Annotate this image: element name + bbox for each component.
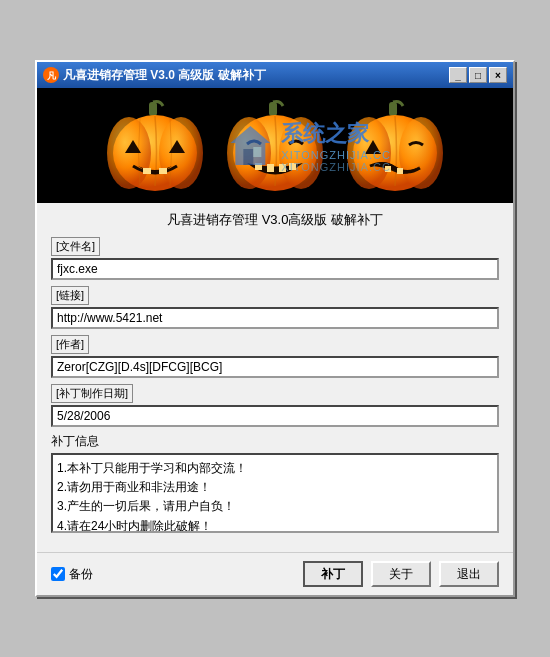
title-bar-controls: _ □ × xyxy=(449,67,507,83)
svg-rect-15 xyxy=(267,164,274,172)
svg-point-21 xyxy=(399,117,443,189)
svg-rect-14 xyxy=(255,163,262,170)
about-button[interactable]: 关于 xyxy=(371,561,431,587)
link-input[interactable] xyxy=(51,307,499,329)
svg-point-12 xyxy=(227,117,271,189)
title-bar-left: 凡 凡喜进销存管理 V3.0 高级版 破解补丁 xyxy=(43,67,266,84)
date-input[interactable] xyxy=(51,405,499,427)
banner: 系统之家 XITONGZHIJIA.CC XITONGZHIJIA.CC xyxy=(37,88,513,203)
author-group: [作者] xyxy=(51,335,499,378)
svg-rect-2 xyxy=(149,102,157,116)
backup-checkbox[interactable] xyxy=(51,567,65,581)
svg-rect-18 xyxy=(389,102,397,116)
maximize-button[interactable]: □ xyxy=(469,67,487,83)
author-input[interactable] xyxy=(51,356,499,378)
pumpkin-3 xyxy=(345,98,445,193)
main-window: 凡 凡喜进销存管理 V3.0 高级版 破解补丁 _ □ × xyxy=(35,60,515,597)
exit-button[interactable]: 退出 xyxy=(439,561,499,587)
svg-rect-8 xyxy=(143,168,151,174)
link-label: [链接] xyxy=(51,286,89,305)
app-icon: 凡 xyxy=(43,67,59,83)
content-area: 凡喜进销存管理 V3.0高级版 破解补丁 [文件名] [链接] [作者] [补丁… xyxy=(37,203,513,552)
close-button[interactable]: × xyxy=(489,67,507,83)
svg-rect-16 xyxy=(279,164,286,172)
author-label: [作者] xyxy=(51,335,89,354)
svg-point-13 xyxy=(279,117,323,189)
svg-rect-10 xyxy=(269,102,277,116)
pumpkin-2 xyxy=(225,98,325,193)
backup-label: 备份 xyxy=(69,566,93,583)
window-title: 凡喜进销存管理 V3.0 高级版 破解补丁 xyxy=(63,67,266,84)
filename-label: [文件名] xyxy=(51,237,100,256)
filename-group: [文件名] xyxy=(51,237,499,280)
link-group: [链接] xyxy=(51,286,499,329)
info-textarea[interactable] xyxy=(51,453,499,533)
date-label: [补丁制作日期] xyxy=(51,384,133,403)
backup-checkbox-group: 备份 xyxy=(51,566,93,583)
bottom-bar: 备份 补丁 关于 退出 xyxy=(37,552,513,595)
app-title: 凡喜进销存管理 V3.0高级版 破解补丁 xyxy=(51,211,499,229)
svg-rect-24 xyxy=(397,168,403,174)
info-group: 补丁信息 xyxy=(51,433,499,536)
svg-text:凡: 凡 xyxy=(46,71,57,81)
svg-rect-23 xyxy=(385,166,391,172)
svg-rect-17 xyxy=(289,163,296,170)
filename-input[interactable] xyxy=(51,258,499,280)
title-bar: 凡 凡喜进销存管理 V3.0 高级版 破解补丁 _ □ × xyxy=(37,62,513,88)
date-group: [补丁制作日期] xyxy=(51,384,499,427)
patch-button[interactable]: 补丁 xyxy=(303,561,363,587)
pumpkin-1 xyxy=(105,98,205,193)
info-label: 补丁信息 xyxy=(51,433,99,450)
svg-rect-9 xyxy=(159,168,167,174)
minimize-button[interactable]: _ xyxy=(449,67,467,83)
